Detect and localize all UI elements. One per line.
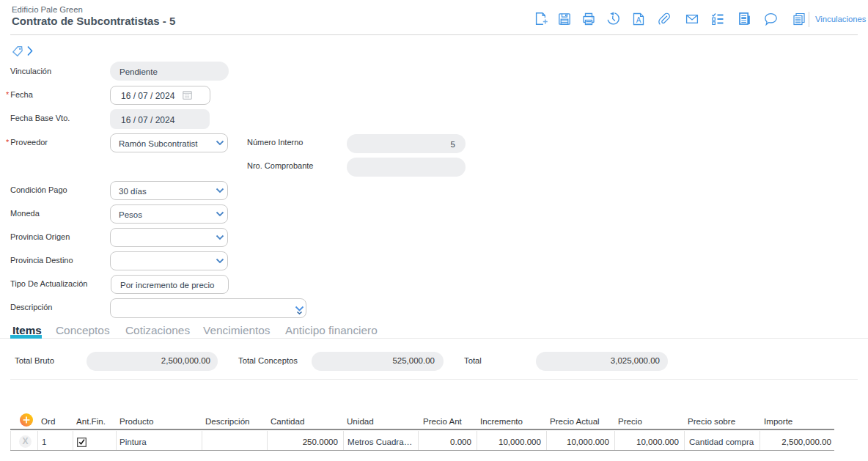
- svg-text:A: A: [636, 16, 641, 24]
